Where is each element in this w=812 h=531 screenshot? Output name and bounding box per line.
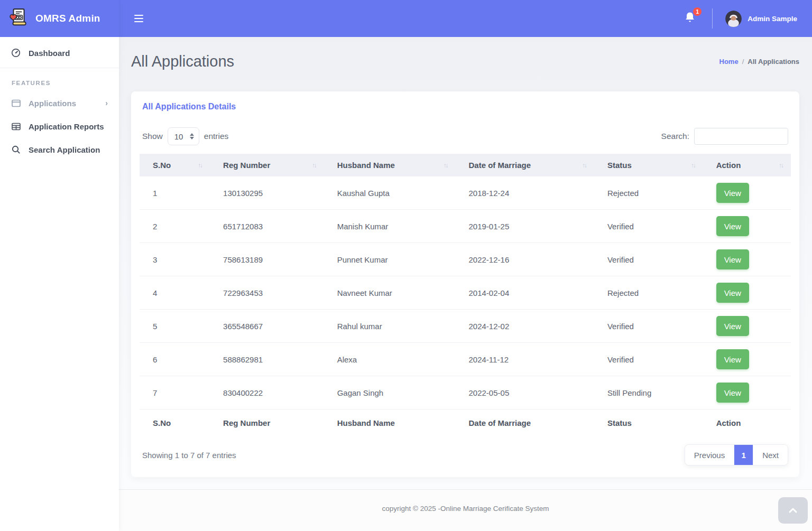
footer-header-sno: S.No — [140, 409, 210, 436]
view-button[interactable]: View — [716, 183, 749, 203]
column-header-husband-name[interactable]: Husband Name↑↓ — [324, 154, 456, 176]
cell-date-of-marriage: 2019-01-25 — [456, 210, 594, 243]
page-title: All Applications — [131, 53, 234, 70]
cell-status: Verified — [594, 310, 703, 343]
table-row: 5 365548667 Rahul kumar 2024-12-02 Verif… — [140, 310, 791, 343]
sidebar-divider — [0, 68, 119, 68]
view-button[interactable]: View — [716, 383, 749, 403]
cell-reg-number: 588862981 — [210, 343, 324, 376]
applications-table: S.No↑↓ Reg Number↑↓ Husband Name↑↓ Date … — [140, 154, 791, 436]
table-row: 4 722963453 Navneet Kumar 2014-02-04 Rej… — [140, 276, 791, 310]
brand-link[interactable]: OMRS Admin — [0, 0, 119, 37]
cell-status: Rejected — [594, 176, 703, 210]
sort-icon: ↑↓ — [582, 162, 586, 169]
footer-header-reg-number: Reg Number — [210, 409, 324, 436]
sidebar-item-application-reports[interactable]: Application Reports — [0, 115, 119, 138]
speedometer-icon — [11, 48, 21, 58]
copyright-text: copyright © 2025 -Online Marriage Cerifi… — [382, 505, 549, 513]
show-label: Show — [142, 132, 163, 141]
sidebar-item-label: Application Reports — [29, 122, 104, 131]
sort-icon: ↑↓ — [691, 162, 695, 169]
cell-husband-name: Navneet Kumar — [324, 276, 456, 310]
page-footer: copyright © 2025 -Online Marriage Cerifi… — [119, 489, 812, 531]
sidebar-menu: Dashboard FEATURES Applications › — [0, 37, 119, 161]
view-button[interactable]: View — [716, 316, 749, 336]
cell-reg-number: 830400222 — [210, 376, 324, 409]
sidebar-item-label: Applications — [29, 99, 76, 108]
breadcrumb-home-link[interactable]: Home — [719, 58, 739, 66]
view-button[interactable]: View — [716, 349, 749, 369]
cell-date-of-marriage: 2018-12-24 — [456, 176, 594, 210]
sidebar-item-search-application[interactable]: Search Application — [0, 138, 119, 161]
pagination-page-1-button[interactable]: 1 — [734, 445, 753, 465]
pagination-next-button[interactable]: Next — [753, 445, 788, 465]
chevron-right-icon: › — [105, 99, 108, 107]
view-button[interactable]: View — [716, 249, 749, 269]
cell-date-of-marriage: 2024-11-12 — [456, 343, 594, 376]
avatar — [725, 11, 742, 27]
footer-header-action: Action — [703, 409, 791, 436]
view-button[interactable]: View — [716, 283, 749, 303]
cell-status: Verified — [594, 210, 703, 243]
topbar: 1 Admin Sample — [119, 0, 812, 37]
cell-reg-number: 651712083 — [210, 210, 324, 243]
cell-husband-name: Kaushal Gupta — [324, 176, 456, 210]
cell-date-of-marriage: 2014-02-04 — [456, 276, 594, 310]
breadcrumb-current: All Applications — [748, 58, 799, 66]
cell-reg-number: 365548667 — [210, 310, 324, 343]
column-header-date-of-marriage[interactable]: Date of Marriage↑↓ — [456, 154, 594, 176]
column-header-reg-number[interactable]: Reg Number↑↓ — [210, 154, 324, 176]
page-length-value: 10 — [174, 132, 183, 141]
table-info-text: Showing 1 to 7 of 7 entries — [142, 451, 236, 460]
cell-status: Verified — [594, 243, 703, 276]
sort-icon: ↑↓ — [444, 162, 448, 169]
table-row: 6 588862981 Alexa 2024-11-12 Verified Vi… — [140, 343, 791, 376]
search-icon — [11, 145, 21, 154]
cell-sno: 2 — [140, 210, 210, 243]
pagination-previous-button[interactable]: Previous — [685, 445, 734, 465]
sidebar-item-label: Search Application — [29, 145, 100, 154]
user-name: Admin Sample — [748, 15, 797, 23]
chevron-up-icon — [789, 507, 797, 515]
cell-sno: 3 — [140, 243, 210, 276]
column-header-status[interactable]: Status↑↓ — [594, 154, 703, 176]
cell-husband-name: Alexa — [324, 343, 456, 376]
sidebar-item-label: Dashboard — [29, 49, 70, 58]
user-menu[interactable]: Admin Sample — [725, 11, 797, 27]
table-row: 3 758613189 Punnet Kumar 2022-12-16 Veri… — [140, 243, 791, 276]
scroll-to-top-button[interactable] — [778, 497, 808, 524]
breadcrumb-separator: / — [742, 58, 744, 66]
table-row: 7 830400222 Gagan Singh 2022-05-05 Still… — [140, 376, 791, 409]
cell-sno: 6 — [140, 343, 210, 376]
topbar-divider — [712, 8, 713, 29]
page-length-select[interactable]: 10 — [168, 127, 199, 145]
search-label: Search: — [661, 132, 689, 141]
sidebar-item-dashboard[interactable]: Dashboard — [0, 41, 119, 64]
cell-sno: 4 — [140, 276, 210, 310]
cell-husband-name: Punnet Kumar — [324, 243, 456, 276]
sidebar: OMRS Admin Dashboard FEATURES Appli — [0, 0, 119, 531]
sidebar-item-applications[interactable]: Applications › — [0, 91, 119, 115]
column-header-action[interactable]: Action↑↓ — [703, 154, 791, 176]
cell-reg-number: 722963453 — [210, 276, 324, 310]
sidebar-toggle-button[interactable] — [133, 12, 144, 26]
content-area: All Applications Home / All Applications… — [119, 37, 812, 489]
column-header-sno[interactable]: S.No↑↓ — [140, 154, 210, 176]
sort-icon: ↑↓ — [312, 162, 316, 169]
breadcrumb: Home / All Applications — [719, 58, 800, 66]
brand-title: OMRS Admin — [35, 13, 100, 24]
search-input[interactable] — [694, 128, 788, 145]
entries-label: entries — [204, 132, 229, 141]
table-row: 2 651712083 Manish Kumar 2019-01-25 Veri… — [140, 210, 791, 243]
cell-sno: 1 — [140, 176, 210, 210]
cell-status: Verified — [594, 343, 703, 376]
cell-husband-name: Manish Kumar — [324, 210, 456, 243]
cell-status: Still Pending — [594, 376, 703, 409]
sidebar-section-label: FEATURES — [0, 71, 119, 91]
view-button[interactable]: View — [716, 216, 749, 236]
bell-icon — [685, 16, 695, 25]
notifications-button[interactable]: 1 — [681, 10, 698, 27]
table-header-row: S.No↑↓ Reg Number↑↓ Husband Name↑↓ Date … — [140, 154, 791, 176]
updown-arrows-icon — [190, 133, 194, 139]
cell-sno: 7 — [140, 376, 210, 409]
